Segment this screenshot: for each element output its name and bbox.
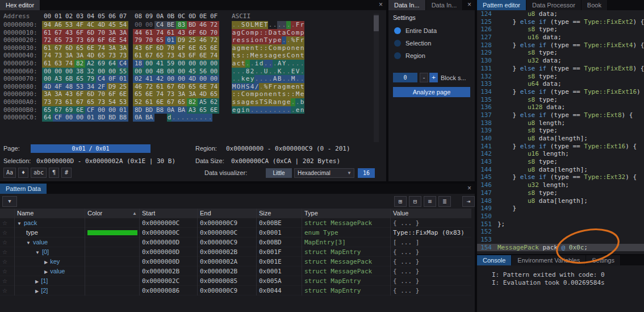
ascii-char[interactable]: Y [282, 60, 286, 68]
ascii-char[interactable]: . [250, 60, 254, 68]
visualizer-dropdown[interactable]: Hexadecimal▼ [294, 168, 354, 178]
hex-byte[interactable]: 00 [42, 75, 53, 83]
ascii-char[interactable]: . [291, 106, 295, 114]
hex-byte[interactable]: 65 [96, 52, 107, 60]
pattern-name[interactable]: ▶key [15, 257, 85, 267]
ascii-char[interactable]: s [232, 98, 236, 106]
hex-byte[interactable]: 3A [64, 52, 74, 60]
hex-byte[interactable]: 52 [133, 98, 144, 106]
ascii-char[interactable]: e [300, 90, 304, 98]
ascii-view-toggle-button[interactable]: abc [31, 168, 47, 178]
pattern-table-row[interactable]: ☆▼pack0x0000000C0x000000C90x00BEstruct M… [0, 218, 471, 228]
hex-byte[interactable]: 65 [85, 98, 96, 106]
ascii-char[interactable]: . [286, 106, 291, 114]
hex-byte[interactable]: 00 [165, 68, 176, 76]
ascii-char[interactable]: S [241, 21, 245, 29]
hex-byte[interactable]: 74 [64, 60, 74, 68]
ascii-char[interactable]: . [300, 60, 304, 68]
hex-byte[interactable]: 61 [42, 60, 53, 68]
ascii-char[interactable]: o [291, 52, 295, 60]
ascii-char[interactable]: O [245, 21, 250, 29]
hex-byte[interactable]: 67 [74, 98, 85, 106]
hex-byte[interactable]: 55 [118, 68, 128, 76]
hex-byte[interactable]: 61 [144, 98, 154, 106]
ascii-char[interactable]: . [286, 68, 291, 76]
hex-byte[interactable]: 46 [133, 83, 144, 91]
hex-byte[interactable]: 01 [118, 106, 128, 114]
radio-entire-data[interactable]: Entire Data [394, 25, 437, 33]
ascii-char[interactable]: A [273, 75, 277, 83]
ascii-char[interactable]: : [286, 90, 291, 98]
ascii-char[interactable]: . [282, 36, 286, 44]
ascii-char[interactable]: . [295, 75, 300, 83]
favorite-star-icon[interactable]: ☆ [0, 218, 15, 228]
ascii-char[interactable]: t [300, 83, 304, 91]
ascii-char[interactable]: C [286, 29, 291, 37]
ascii-char[interactable]: t [254, 44, 259, 52]
scrollbar-thumb[interactable] [374, 15, 379, 31]
ascii-char[interactable]: m [277, 44, 282, 52]
ascii-char[interactable]: . [176, 114, 181, 122]
hex-byte[interactable]: 65 [198, 44, 208, 52]
hex-byte[interactable]: 67 [53, 44, 64, 52]
ascii-char[interactable]: . [286, 60, 291, 68]
ascii-char[interactable]: . [254, 68, 259, 76]
hex-byte[interactable]: A5 [198, 98, 208, 106]
hex-byte[interactable]: 43 [176, 29, 187, 37]
ascii-char[interactable]: F [268, 83, 273, 91]
grid-view-button[interactable]: ⊞ [394, 196, 407, 207]
hex-byte[interactable]: 43 [176, 52, 187, 60]
ascii-char[interactable]: e [254, 52, 259, 60]
tab-settings[interactable]: Settings [586, 255, 621, 265]
hex-byte[interactable]: 00 [42, 68, 53, 76]
hex-byte[interactable]: 00 [208, 60, 219, 68]
ascii-char[interactable]: s [254, 98, 259, 106]
ascii-char[interactable]: . [241, 68, 245, 76]
hex-byte[interactable]: CF [53, 114, 64, 122]
pattern-name[interactable]: ▼[0] [15, 247, 85, 257]
code-line[interactable]: 144 u8 data[length]; [477, 166, 644, 174]
hex-byte[interactable]: 00 [165, 75, 176, 83]
code-line[interactable]: 136 u128 data; [477, 103, 644, 111]
hex-byte[interactable]: BD [187, 21, 198, 29]
ascii-char[interactable]: e [295, 106, 300, 114]
ascii-char[interactable]: t [277, 90, 282, 98]
hex-byte[interactable]: 70 [144, 36, 154, 44]
ascii-char[interactable]: . [286, 75, 291, 83]
hex-byte[interactable]: 00 [96, 68, 107, 76]
code-line[interactable]: 126 s8 type; [477, 26, 644, 34]
hex-byte[interactable]: 65 [42, 106, 53, 114]
hex-byte[interactable]: 62 [208, 98, 219, 106]
hex-byte[interactable]: BA [144, 114, 154, 122]
hex-byte[interactable]: 61 [64, 98, 74, 106]
ascii-char[interactable]: a [268, 52, 273, 60]
ascii-char[interactable]: e [232, 106, 236, 114]
code-line[interactable]: 131 } else if (type == Type::FixExt8) { [477, 65, 644, 73]
hex-byte[interactable]: 73 [64, 36, 74, 44]
hex-byte[interactable]: 44 [133, 29, 144, 37]
tab-environment-variables[interactable]: Environment Variables [512, 255, 586, 265]
code-line[interactable]: 134 } else if (type == Type::FixExt16) { [477, 88, 644, 96]
collapse-arrow-icon[interactable]: ▼ [26, 240, 31, 246]
ascii-char[interactable]: : [241, 52, 245, 60]
hex-byte[interactable]: 67 [53, 29, 64, 37]
favorite-star-icon[interactable]: ☆ [0, 238, 15, 247]
ascii-char[interactable]: R [268, 98, 273, 106]
ascii-char[interactable]: O [236, 83, 241, 91]
ascii-char[interactable]: . [264, 106, 268, 114]
ascii-char[interactable]: n [250, 44, 254, 52]
hex-byte[interactable]: 65 [154, 52, 165, 60]
ascii-char[interactable]: C [241, 90, 245, 98]
radio-icon[interactable] [394, 52, 401, 59]
pattern-name[interactable]: ▼value [15, 238, 85, 247]
hex-byte[interactable]: 69 [85, 36, 96, 44]
hex-byte[interactable]: 53 [74, 83, 85, 91]
hex-byte[interactable]: 00 [198, 75, 208, 83]
hex-byte[interactable]: 67 [53, 106, 64, 114]
ascii-char[interactable]: C [241, 29, 245, 37]
hex-byte[interactable]: 65 [154, 36, 165, 44]
tree-view-button[interactable]: ≡ [424, 196, 436, 207]
hex-byte[interactable]: 01 [118, 75, 128, 83]
ascii-char[interactable]: . [264, 60, 268, 68]
ascii-char[interactable]: . [250, 106, 254, 114]
